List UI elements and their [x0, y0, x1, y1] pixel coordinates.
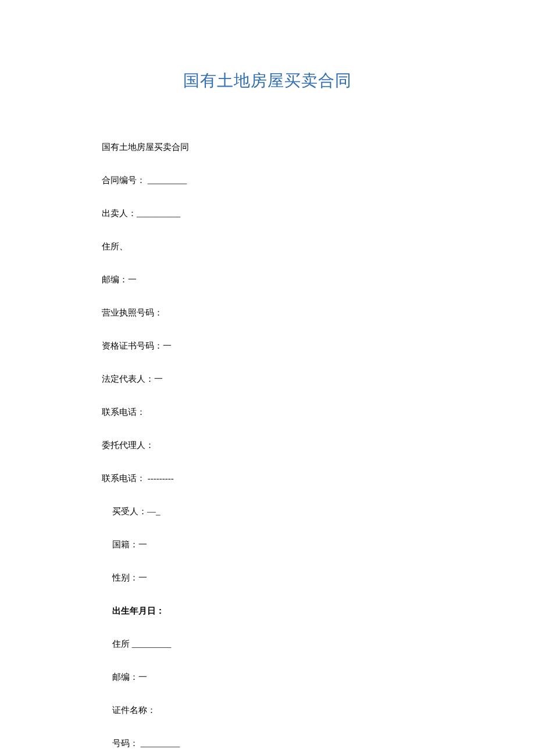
document-page: 国有土地房屋买卖合同 国有土地房屋买卖合同合同编号： _________出卖人：…: [0, 0, 535, 756]
field-line: 出生年月日：: [102, 605, 433, 617]
field-line: 委托代理人：: [102, 439, 433, 452]
field-line: 证件名称：: [102, 704, 433, 716]
field-line: 资格证书号码：一: [102, 340, 433, 352]
field-line: 出卖人：__________: [102, 207, 433, 220]
field-line: 号码： _________: [102, 737, 433, 750]
field-line: 营业执照号码：: [102, 307, 433, 319]
field-line: 合同编号： _________: [102, 174, 433, 187]
fields-container: 国有土地房屋买卖合同合同编号： _________出卖人：__________住…: [102, 141, 433, 756]
field-line: 联系电话：: [102, 406, 433, 418]
field-line: 邮编：一: [102, 671, 433, 683]
field-line: 法定代表人：一: [102, 373, 433, 385]
field-line: 国籍：一: [102, 539, 433, 551]
field-line: 邮编：一: [102, 274, 433, 286]
field-line: 性别：一: [102, 572, 433, 584]
document-title: 国有土地房屋买卖合同: [102, 70, 433, 92]
field-line: 住所、: [102, 241, 433, 253]
field-line: 住所 _________: [102, 638, 433, 650]
field-line: 买受人：—_: [102, 506, 433, 518]
field-line: 联系电话： ---------: [102, 472, 433, 485]
field-line: 国有土地房屋买卖合同: [102, 141, 433, 153]
